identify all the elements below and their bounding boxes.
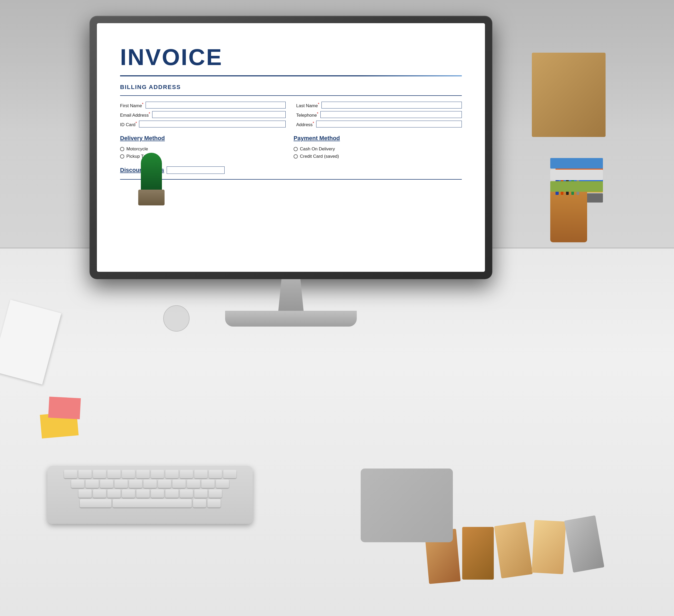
key — [187, 480, 200, 488]
key — [165, 470, 179, 478]
key — [216, 480, 229, 488]
key — [165, 489, 179, 498]
email-row: Email Address* — [120, 111, 286, 118]
monitor-screen-inner: INVOICE BILLING ADDRESS First Name* Emai… — [97, 23, 485, 272]
key — [180, 489, 193, 498]
notebook-1 — [550, 158, 603, 169]
key — [151, 489, 164, 498]
key — [194, 470, 208, 478]
monitor-screen-outer: INVOICE BILLING ADDRESS First Name* Emai… — [90, 16, 492, 279]
last-name-label: Last Name* — [296, 102, 319, 108]
email-label: Email Address* — [120, 111, 150, 118]
key — [201, 480, 215, 488]
key — [107, 470, 121, 478]
id-card-input[interactable] — [139, 121, 286, 127]
discount-section: Discount Codes — [120, 167, 462, 174]
key — [143, 480, 157, 488]
payment-cc: Credit Card (saved) — [294, 154, 462, 159]
monitor-stand-neck — [275, 279, 307, 311]
key — [136, 489, 149, 498]
first-name-row: First Name* — [120, 102, 286, 108]
payment-method-block: Payment Method Cash On Delivery Credit C… — [294, 135, 462, 159]
radio-cod[interactable] — [294, 147, 298, 151]
id-card-label: ID Card* — [120, 121, 137, 127]
key — [173, 480, 186, 488]
last-name-input[interactable] — [322, 102, 462, 108]
id-card-row: ID Card* — [120, 121, 286, 127]
key — [129, 480, 142, 488]
bottom-divider — [120, 179, 462, 180]
radio-cc[interactable] — [294, 154, 298, 159]
last-name-row: Last Name* — [296, 102, 462, 108]
form-col-left: First Name* Email Address* ID Card* — [120, 102, 286, 127]
keyboard-row-1 — [51, 470, 249, 478]
key — [122, 470, 135, 478]
invoice-title-divider — [120, 75, 462, 76]
delivery-motorcycle: Motorcycle — [120, 146, 288, 152]
plant-body — [141, 153, 162, 190]
first-name-input[interactable] — [145, 102, 286, 108]
key — [122, 489, 135, 498]
key — [79, 489, 92, 498]
sample-3 — [494, 522, 533, 579]
address-label: Address* — [296, 121, 314, 127]
notebook-stack — [550, 158, 603, 193]
key — [158, 480, 171, 488]
key — [208, 499, 221, 508]
address-row: Address* — [296, 121, 462, 127]
invoice-document: INVOICE BILLING ADDRESS First Name* Emai… — [104, 30, 478, 265]
key — [93, 489, 106, 498]
sample-5 — [564, 515, 604, 573]
key — [71, 480, 84, 488]
key — [209, 489, 222, 498]
notebook-3 — [550, 181, 603, 192]
keyboard — [47, 466, 253, 524]
discount-input[interactable] — [166, 167, 225, 174]
email-input[interactable] — [152, 111, 286, 118]
radio-pickup[interactable] — [120, 154, 124, 159]
key — [151, 470, 164, 478]
radio-motorcycle[interactable] — [120, 147, 124, 151]
billing-form-grid: First Name* Email Address* ID Card* — [120, 102, 462, 127]
keyboard-row-2 — [51, 480, 249, 488]
key — [86, 480, 99, 488]
payment-cc-label: Credit Card (saved) — [300, 154, 339, 159]
key — [79, 470, 92, 478]
key — [193, 499, 206, 508]
notebook-2 — [550, 170, 603, 180]
box-decoration — [532, 53, 605, 137]
telephone-input[interactable] — [320, 111, 462, 118]
billing-section-title: BILLING ADDRESS — [120, 84, 462, 91]
key — [180, 470, 193, 478]
pencil-holder — [550, 184, 587, 242]
key — [209, 470, 222, 478]
telephone-row: Telephone* — [296, 111, 462, 118]
methods-section: Delivery Method Motorcycle Pickup Truck … — [120, 135, 462, 159]
delivery-motorcycle-label: Motorcycle — [126, 146, 148, 152]
key — [93, 470, 106, 478]
sample-2 — [462, 527, 494, 580]
monitor-stand-base — [225, 311, 357, 327]
form-col-right: Last Name* Telephone* Address* — [296, 102, 462, 127]
keyboard-row-4 — [51, 499, 249, 508]
billing-divider — [120, 95, 462, 96]
address-input[interactable] — [316, 121, 462, 127]
delivery-method-title: Delivery Method — [120, 135, 288, 142]
key — [223, 470, 236, 478]
sample-4 — [532, 520, 566, 574]
spacebar — [80, 499, 111, 508]
sticky-note-pink — [48, 397, 81, 419]
plant-pot — [138, 190, 164, 205]
plant — [134, 153, 168, 205]
key — [115, 480, 128, 488]
spacebar-main — [113, 499, 192, 508]
payment-method-title: Payment Method — [294, 135, 462, 142]
key — [64, 470, 77, 478]
key — [136, 470, 149, 478]
payment-cod-label: Cash On Delivery — [300, 146, 335, 152]
key — [100, 480, 113, 488]
key — [107, 489, 121, 498]
keyboard-row-3 — [51, 489, 249, 498]
telephone-label: Telephone* — [296, 111, 318, 118]
mousepad — [361, 469, 453, 542]
